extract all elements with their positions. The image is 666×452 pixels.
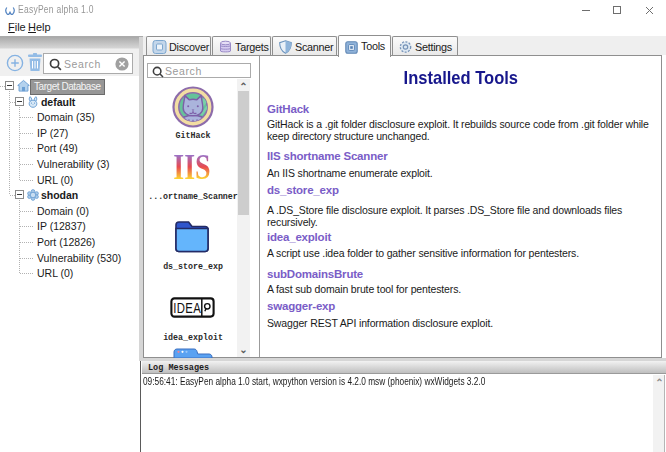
svg-text:IDEA: IDEA <box>173 300 201 316</box>
